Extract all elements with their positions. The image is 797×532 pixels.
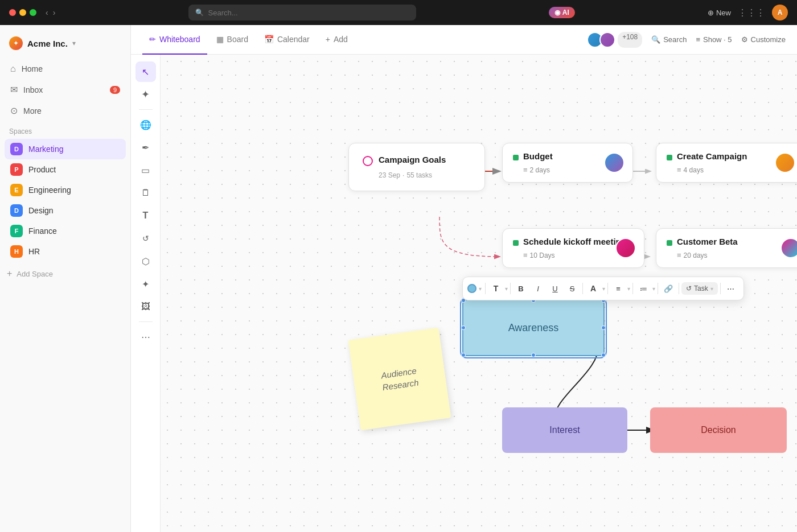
- ai-icon: ◉: [554, 9, 560, 17]
- add-space-icon: +: [7, 269, 12, 279]
- more-options-button[interactable]: ⋯: [723, 281, 739, 296]
- sidebar-item-finance[interactable]: F Finance: [5, 221, 126, 241]
- toolbar-divider-4: [607, 283, 608, 294]
- rectangle-tool[interactable]: ▭: [135, 160, 156, 180]
- budget-node[interactable]: Budget ≡ 2 days: [502, 143, 633, 183]
- awareness-label: Awareness: [508, 322, 559, 334]
- color-chevron-icon[interactable]: ▾: [479, 286, 482, 292]
- engineering-space-icon: E: [10, 184, 23, 196]
- tab-add[interactable]: + Add: [319, 25, 355, 55]
- tab-calendar[interactable]: 📅 Calendar: [257, 25, 317, 55]
- network-tool[interactable]: ⬡: [135, 251, 156, 271]
- sidebar-item-engineering[interactable]: E Engineering: [5, 180, 126, 200]
- list-button[interactable]: ≔: [635, 281, 651, 296]
- spaces-list: D Marketing P Product E Engineering D De…: [0, 139, 130, 262]
- link-button[interactable]: 🔗: [660, 281, 676, 296]
- create-campaign-node[interactable]: Create Campaign ≡ 4 days: [656, 143, 797, 183]
- italic-button[interactable]: I: [530, 281, 546, 296]
- user-avatar[interactable]: A: [772, 5, 788, 20]
- globe-tool[interactable]: 🌐: [135, 114, 156, 135]
- task-button[interactable]: ↺ Task ▾: [681, 282, 718, 295]
- font-color-button[interactable]: A: [585, 281, 601, 296]
- canvas[interactable]: Campaign Goals 23 Sep · 55 tasks Budget: [161, 55, 797, 532]
- product-space-icon: P: [10, 163, 23, 176]
- cursor-tool[interactable]: ↖: [135, 61, 156, 82]
- handle-br[interactable]: [601, 353, 606, 357]
- strikethrough-button[interactable]: S: [564, 281, 580, 296]
- task-chevron-icon: ▾: [710, 286, 713, 292]
- top-search-bar[interactable]: 🔍: [188, 5, 416, 20]
- sidebar-brand[interactable]: ✦ Acme Inc. ▾: [0, 32, 130, 59]
- add-space-button[interactable]: + Add Space: [0, 264, 130, 283]
- campaign-goals-tasks: 55 tasks: [406, 171, 432, 179]
- show-action[interactable]: ≡ Show · 5: [696, 35, 732, 44]
- ai-magic-tool[interactable]: ✦: [135, 84, 156, 105]
- traffic-lights: [9, 9, 36, 16]
- decision-box[interactable]: Decision: [650, 407, 787, 453]
- new-button[interactable]: ⊕ New: [708, 9, 731, 17]
- handle-bc[interactable]: [531, 353, 536, 357]
- customize-action[interactable]: ⚙ Customize: [741, 35, 786, 44]
- campaign-goals-node[interactable]: Campaign Goals 23 Sep · 55 tasks: [348, 143, 485, 191]
- pen-tool[interactable]: ✒: [135, 137, 156, 158]
- eraser-tool[interactable]: ↺: [135, 228, 156, 249]
- ai-button[interactable]: ◉ AI: [549, 7, 575, 18]
- close-traffic-light[interactable]: [9, 9, 16, 16]
- sidebar-item-product[interactable]: P Product: [5, 159, 126, 180]
- maximize-traffic-light[interactable]: [30, 9, 36, 16]
- sidebar-nav: ⌂ Home ✉ Inbox 9 ⊙ More: [0, 59, 130, 121]
- image-tool[interactable]: 🖼: [135, 296, 156, 317]
- interest-box[interactable]: Interest: [502, 407, 627, 453]
- text-tool[interactable]: T: [135, 205, 156, 226]
- toolbar-divider-7: [679, 283, 679, 294]
- handle-mr[interactable]: [601, 325, 606, 330]
- content-header: ✏ Whiteboard ▦ Board 📅 Calendar + Add +1…: [131, 25, 797, 55]
- schedule-kickoff-node[interactable]: Schedule kickoff meeting ≡ 10 Days: [502, 228, 644, 268]
- align-chevron-icon[interactable]: ▾: [627, 286, 630, 292]
- more-icon: ⊙: [10, 105, 18, 116]
- finance-space-icon: F: [10, 225, 23, 237]
- tab-whiteboard[interactable]: ✏ Whiteboard: [142, 25, 207, 55]
- underline-button[interactable]: U: [547, 281, 563, 296]
- tab-board[interactable]: ▦ Board: [209, 25, 255, 55]
- create-campaign-avatar: [775, 152, 795, 173]
- sidebar-item-hr[interactable]: H HR: [5, 241, 126, 262]
- back-button[interactable]: ‹: [46, 8, 48, 17]
- interest-label: Interest: [549, 425, 580, 435]
- forward-button[interactable]: ›: [53, 8, 56, 17]
- nav-arrows: ‹ ›: [46, 8, 55, 17]
- sticky-note-tool[interactable]: 🗒: [135, 183, 156, 203]
- search-action[interactable]: 🔍 Search: [651, 35, 687, 44]
- sidebar-item-marketing[interactable]: D Marketing: [5, 139, 126, 159]
- sticky-note[interactable]: Audience Research: [348, 328, 451, 431]
- align-button[interactable]: ≡: [610, 281, 626, 296]
- sidebar-item-design[interactable]: D Design: [5, 200, 126, 221]
- bold-button[interactable]: B: [513, 281, 529, 296]
- hr-space-icon: H: [10, 245, 23, 258]
- font-size-chevron-icon[interactable]: ▾: [505, 286, 508, 292]
- color-picker[interactable]: [467, 284, 476, 293]
- sidebar: ✦ Acme Inc. ▾ ⌂ Home ✉ Inbox 9 ⊙ More Sp…: [0, 25, 131, 532]
- awareness-box[interactable]: Awareness: [462, 299, 605, 356]
- search-input[interactable]: [208, 9, 409, 17]
- handle-ml[interactable]: [461, 325, 466, 330]
- customer-beta-node[interactable]: Customer Beta ≡ 20 days →: [656, 228, 797, 268]
- marketing-space-icon: D: [10, 143, 23, 155]
- font-color-chevron-icon[interactable]: ▾: [602, 286, 605, 292]
- grid-icon[interactable]: ⋮⋮⋮: [738, 7, 765, 18]
- sidebar-item-more[interactable]: ⊙ More: [5, 101, 126, 121]
- budget-avatar: [604, 152, 625, 173]
- customer-beta-title: Customer Beta: [677, 237, 738, 246]
- magic-wand-tool[interactable]: ✦: [135, 274, 156, 294]
- handle-bl[interactable]: [461, 353, 466, 357]
- content-area: ✏ Whiteboard ▦ Board 📅 Calendar + Add +1…: [131, 25, 797, 532]
- sticky-note-text: Audience Research: [362, 362, 438, 395]
- toolbar-divider-8: [720, 283, 721, 294]
- minimize-traffic-light[interactable]: [19, 9, 26, 16]
- sidebar-item-home[interactable]: ⌂ Home: [5, 59, 126, 79]
- sidebar-item-inbox[interactable]: ✉ Inbox 9: [5, 80, 126, 100]
- avatars-count: +108: [618, 32, 642, 48]
- font-size-button[interactable]: T: [488, 281, 504, 296]
- list-chevron-icon[interactable]: ▾: [652, 286, 655, 292]
- more-tools-button[interactable]: ⋯: [135, 327, 156, 347]
